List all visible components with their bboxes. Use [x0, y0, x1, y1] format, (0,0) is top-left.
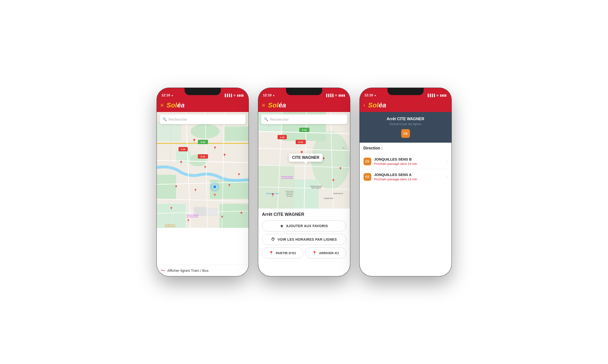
- svg-text:Service des: Service des: [286, 190, 293, 192]
- svg-text:📍: 📍: [193, 189, 198, 193]
- svg-text:Musée National: Musée National: [281, 176, 293, 177]
- svg-rect-2: [157, 122, 181, 141]
- svg-text:de l'Automobile: de l'Automobile: [187, 216, 198, 218]
- direction-item-0[interactable]: C5 JONQUILLES SENS B Prochain passage da…: [364, 154, 448, 169]
- battery-icon-3: ▮▮▮▮: [440, 94, 447, 97]
- stop-title: Arrêt CITE WAGNER: [364, 117, 448, 121]
- status-icons-1: ▐▐▐▐ ⊛ ▮▮▮▮: [224, 94, 243, 97]
- direction-info-0: JONQUILLES SENS B Prochain passage dans …: [374, 157, 444, 166]
- phone-3-screen: 12:10 ▲ ▐▐▐▐ ⊛ ▮▮▮▮ ‹ Soléa Arrêt CITE W…: [360, 88, 451, 276]
- phone-notch-3: [388, 88, 424, 95]
- to-btn[interactable]: 📍 ARRIVER ICI: [305, 247, 346, 259]
- search-placeholder-2: Rechercher: [270, 117, 289, 121]
- chevron-icon-1: ›: [446, 175, 447, 179]
- svg-point-42: [210, 182, 220, 192]
- svg-text:E 54: E 54: [298, 141, 303, 143]
- map-callout: CITE WAGNER: [289, 154, 323, 162]
- svg-rect-3: [224, 127, 249, 141]
- location-icon-3: ▲: [374, 94, 376, 97]
- stop-subtitle: Desservi par les lignes: [364, 122, 448, 126]
- svg-text:E 60: E 60: [201, 141, 205, 143]
- app-logo-3: Soléa: [368, 101, 386, 109]
- phone-2: 12:10 ▲ ▐▐▐▐ ⊛ ▮▮▮▮ ≡ Soléa: [258, 88, 350, 276]
- svg-text:particuliers: particuliers: [286, 194, 293, 195]
- app-header-3: ‹ Soléa: [360, 99, 451, 112]
- to-pin-icon: 📍: [312, 251, 317, 255]
- svg-text:Musée National: Musée National: [187, 214, 198, 216]
- svg-rect-26: [207, 208, 217, 216]
- svg-text:Collège Wolf: Collège Wolf: [324, 197, 333, 199]
- direction-name-1: JONQUILLES SENS A: [374, 173, 444, 177]
- stop-header: Arrêt CITE WAGNER Desservi par les ligne…: [360, 112, 451, 143]
- search-bar-2[interactable]: 🔍 Rechercher: [261, 114, 347, 124]
- svg-text:📍: 📍: [186, 219, 190, 222]
- signal-icon: ▐▐▐▐: [224, 94, 232, 97]
- app-logo-1: Soléa: [166, 101, 185, 109]
- phone-notch-2: [286, 88, 322, 95]
- status-time-2: 12:10 ▲: [263, 93, 275, 97]
- svg-text:A 36: A 36: [181, 148, 185, 151]
- svg-rect-9: [220, 204, 249, 228]
- svg-text:📍: 📍: [192, 139, 197, 143]
- svg-text:E 54: E 54: [201, 156, 205, 158]
- svg-text:📍: 📍: [331, 179, 335, 183]
- phone-2-screen: 12:10 ▲ ▐▐▐▐ ⊛ ▮▮▮▮ ≡ Soléa: [258, 88, 350, 276]
- svg-text:Canal Couvert: Canal Couvert: [164, 226, 175, 227]
- wifi-icon: ⊛: [233, 94, 236, 97]
- direction-name-0: JONQUILLES SENS B: [374, 157, 444, 161]
- svg-rect-6: [157, 175, 176, 199]
- schedules-btn[interactable]: ⏱ VOIR LES HORAIRES PAR LIGNES: [262, 234, 346, 245]
- svg-text:Cit...: Cit...: [342, 147, 345, 148]
- svg-text:📍: 📍: [222, 154, 227, 158]
- phone-3: 12:10 ▲ ▐▐▐▐ ⊛ ▮▮▮▮ ‹ Soléa Arrêt CITE W…: [360, 88, 451, 276]
- phone-1-screen: 12:10 ▲ ▐▐▐▐ ⊛ ▮▮▮▮ ≡ Soléa: [157, 88, 249, 276]
- svg-text:E 60: E 60: [302, 129, 307, 131]
- direction-section: Direction : C5 JONQUILLES SENS B Prochai…: [360, 143, 451, 188]
- map-area-1[interactable]: E 60 A 36 E 54 📍 📍 📍 📍 📍 📍 📍: [157, 112, 249, 228]
- callout-text: CITE WAGNER: [292, 156, 319, 159]
- clock-icon: ⏱: [271, 237, 275, 242]
- phone-1: 12:10 ▲ ▐▐▐▐ ⊛ ▮▮▮▮ ≡ Soléa: [157, 88, 249, 276]
- direction-time-0: Prochain passage dans 10 min: [374, 162, 444, 166]
- svg-text:📍: 📍: [213, 193, 217, 197]
- svg-point-1: [190, 124, 220, 139]
- svg-text:📍: 📍: [179, 161, 183, 165]
- svg-text:A 36: A 36: [280, 136, 284, 139]
- from-btn[interactable]: 📍 PARTIR D'ICI: [262, 247, 303, 259]
- menu-icon-2[interactable]: ≡: [262, 103, 265, 108]
- app-logo-2: Soléa: [268, 101, 286, 109]
- svg-text:du centre: du centre: [286, 195, 293, 197]
- svg-text:Musée de L'Auto: Musée de L'Auto: [266, 193, 279, 194]
- line-badge: C5: [401, 129, 410, 138]
- svg-text:📍: 📍: [174, 185, 178, 189]
- map-svg-1: E 60 A 36 E 54 📍 📍 📍 📍 📍 📍 📍: [157, 112, 249, 228]
- tram-label: Afficher lignes Tram / Bus: [167, 268, 209, 273]
- tram-icon: 〜: [161, 268, 165, 273]
- phone-notch: [185, 88, 221, 95]
- status-icons-3: ▐▐▐▐ ⊛ ▮▮▮▮: [427, 94, 446, 97]
- map-area-2[interactable]: E 60 A 36 E 54 📍 📍 📍 📍 📍 Musée National …: [258, 112, 350, 208]
- svg-text:📍: 📍: [213, 146, 217, 150]
- direction-line-badge-0: C5: [364, 158, 371, 165]
- battery-icon: ▮▮▮▮: [237, 94, 244, 97]
- app-header-2: ≡ Soléa: [258, 99, 350, 112]
- svg-text:Jean Wagner: Jean Wagner: [311, 187, 321, 189]
- svg-text:📍: 📍: [338, 167, 342, 171]
- signal-icon-3: ▐▐▐▐: [427, 94, 435, 97]
- direction-item-1[interactable]: C5 JONQUILLES SENS A Prochain passage da…: [364, 169, 448, 184]
- menu-icon[interactable]: ≡: [161, 103, 164, 108]
- search-placeholder-1: Rechercher: [169, 117, 188, 121]
- svg-text:📍: 📍: [227, 184, 231, 188]
- status-time-3: 12:10 ▲: [365, 93, 377, 97]
- svg-text:impôts des: impôts des: [286, 192, 293, 194]
- stop-name-2: Arrêt CITE WAGNER: [262, 212, 346, 217]
- search-icon-2: 🔍: [264, 117, 268, 121]
- favorites-btn[interactable]: ★ AJOUTER AUX FAVORIS: [262, 220, 346, 232]
- search-icon-1: 🔍: [162, 117, 167, 121]
- wifi-icon-3: ⊛: [436, 94, 439, 97]
- back-icon[interactable]: ‹: [364, 102, 365, 108]
- search-bar-1[interactable]: 🔍 Rechercher: [160, 114, 246, 124]
- tram-bar[interactable]: 〜 Afficher lignes Tram / Bus: [157, 265, 249, 276]
- from-pin-icon: 📍: [269, 251, 274, 255]
- status-icons-2: ▐▐▐▐ ⊛ ▮▮▮▮: [325, 94, 345, 97]
